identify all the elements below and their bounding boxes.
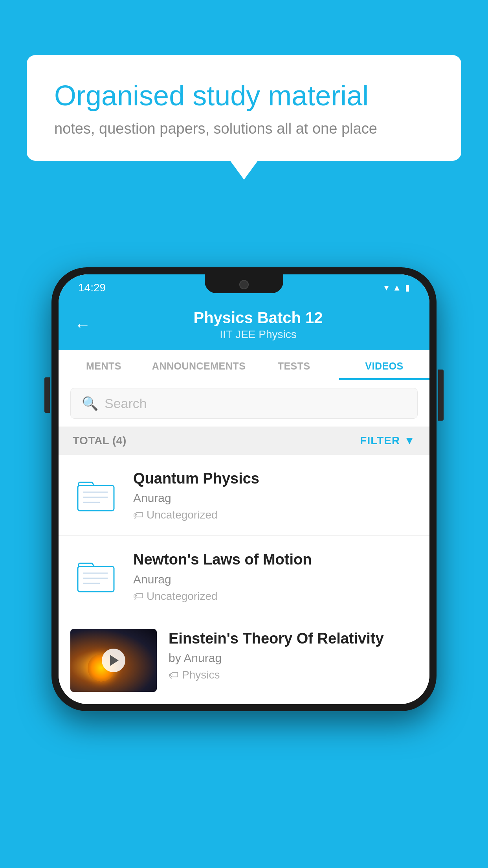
filter-bar: TOTAL (4) FILTER ▼	[59, 427, 429, 455]
status-icons: ▾ ▲ ▮	[384, 283, 410, 293]
play-icon	[110, 655, 119, 666]
search-icon: 🔍	[82, 395, 98, 411]
wifi-icon: ▾	[384, 283, 389, 293]
status-time: 14:29	[78, 281, 106, 294]
play-button[interactable]	[102, 649, 125, 672]
svg-rect-6	[78, 566, 114, 592]
camera-icon	[239, 280, 249, 289]
list-item[interactable]: Einstein's Theory Of Relativity by Anura…	[59, 617, 429, 704]
total-count: TOTAL (4)	[73, 434, 127, 447]
list-item[interactable]: Newton's Laws of Motion Anurag 🏷 Uncateg…	[59, 536, 429, 617]
svg-rect-1	[78, 485, 114, 511]
video-thumbnail	[70, 629, 157, 692]
list-item[interactable]: Quantum Physics Anurag 🏷 Uncategorized	[59, 455, 429, 536]
video-title: Quantum Physics	[133, 469, 418, 488]
header-title-group: Physics Batch 12 IIT JEE Physics	[103, 309, 414, 341]
video-tag: 🏷 Uncategorized	[133, 590, 418, 603]
header-title: Physics Batch 12	[103, 309, 414, 327]
video-info: Einstein's Theory Of Relativity by Anura…	[169, 629, 418, 681]
filter-label: FILTER	[360, 434, 400, 447]
app-header: ← Physics Batch 12 IIT JEE Physics	[59, 301, 429, 350]
speech-bubble: Organised study material notes, question…	[27, 55, 461, 161]
header-subtitle: IIT JEE Physics	[103, 328, 414, 341]
tag-icon: 🏷	[133, 590, 143, 602]
filter-button[interactable]: FILTER ▼	[360, 434, 415, 447]
signal-icon: ▲	[393, 283, 401, 293]
tab-videos[interactable]: VIDEOS	[339, 350, 429, 380]
filter-icon: ▼	[404, 434, 415, 447]
tab-ments[interactable]: MENTS	[59, 350, 149, 380]
tab-announcements[interactable]: ANNOUNCEMENTS	[149, 350, 249, 380]
video-title: Newton's Laws of Motion	[133, 550, 418, 569]
video-list: Quantum Physics Anurag 🏷 Uncategorized	[59, 455, 429, 704]
tag-label: Uncategorized	[147, 509, 218, 521]
notch	[205, 274, 283, 293]
video-author: Anurag	[133, 573, 418, 586]
tabs-bar: MENTS ANNOUNCEMENTS TESTS VIDEOS	[59, 350, 429, 380]
tab-tests[interactable]: TESTS	[249, 350, 339, 380]
back-button[interactable]: ←	[74, 317, 91, 333]
folder-icon	[76, 478, 116, 512]
speech-bubble-subtitle: notes, question papers, solutions all at…	[54, 120, 434, 137]
battery-icon: ▮	[405, 283, 410, 293]
speech-bubble-title: Organised study material	[54, 79, 434, 112]
tag-label: Physics	[182, 669, 220, 681]
search-bar[interactable]: 🔍 Search	[70, 388, 418, 419]
video-tag: 🏷 Uncategorized	[133, 509, 418, 521]
video-author: Anurag	[133, 491, 418, 505]
status-bar: 14:29 ▾ ▲ ▮	[59, 274, 429, 301]
tag-icon: 🏷	[133, 509, 143, 521]
folder-thumbnail	[70, 470, 121, 521]
search-bar-wrapper: 🔍 Search	[59, 380, 429, 427]
speech-bubble-container: Organised study material notes, question…	[27, 55, 461, 161]
phone-device: 14:29 ▾ ▲ ▮ ← Physics Batch 12 IIT JEE P…	[51, 267, 437, 711]
folder-thumbnail	[70, 551, 121, 602]
video-info: Newton's Laws of Motion Anurag 🏷 Uncateg…	[133, 550, 418, 602]
folder-icon	[76, 559, 116, 593]
video-info: Quantum Physics Anurag 🏷 Uncategorized	[133, 469, 418, 521]
tag-icon: 🏷	[169, 669, 179, 681]
video-title: Einstein's Theory Of Relativity	[169, 629, 418, 648]
video-tag: 🏷 Physics	[169, 669, 418, 681]
phone-screen: 14:29 ▾ ▲ ▮ ← Physics Batch 12 IIT JEE P…	[59, 274, 429, 704]
search-placeholder: Search	[105, 396, 147, 411]
video-author: by Anurag	[169, 651, 418, 665]
tag-label: Uncategorized	[147, 590, 218, 603]
phone-outer: 14:29 ▾ ▲ ▮ ← Physics Batch 12 IIT JEE P…	[51, 267, 437, 711]
